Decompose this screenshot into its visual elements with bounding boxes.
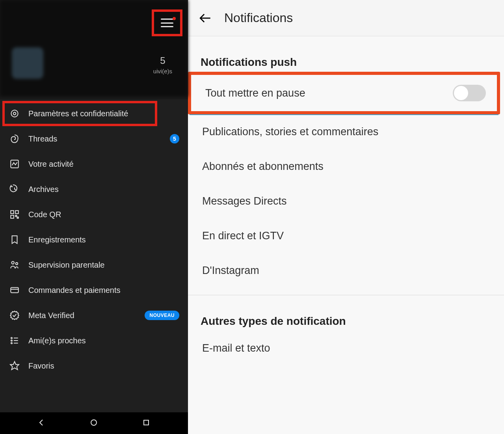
menu-label: Archives bbox=[28, 185, 59, 194]
menu-label: Supervision parentale bbox=[28, 261, 104, 270]
bookmark-icon bbox=[9, 234, 20, 246]
menu-item-close-friends[interactable]: Ami(e)s proches bbox=[0, 328, 188, 353]
row-label: D'Instagram bbox=[202, 264, 259, 277]
row-live-igtv[interactable]: En direct et IGTV bbox=[188, 218, 504, 253]
menu-button[interactable] bbox=[161, 19, 173, 27]
row-from-instagram[interactable]: D'Instagram bbox=[188, 253, 504, 288]
row-direct-messages[interactable]: Messages Directs bbox=[188, 184, 504, 218]
menu-label: Favoris bbox=[28, 361, 54, 371]
profile-menu: Paramètres et confidentialité Threads 5 … bbox=[0, 99, 188, 412]
menu-item-favorites[interactable]: Favoris bbox=[0, 353, 188, 378]
menu-label: Ami(e)s proches bbox=[28, 336, 86, 345]
orange-highlight-box: Tout mettre en pause bbox=[188, 72, 500, 114]
nav-back-icon[interactable] bbox=[37, 418, 46, 429]
menu-item-parental[interactable]: Supervision parentale bbox=[0, 252, 188, 278]
threads-icon bbox=[9, 133, 20, 145]
svg-point-1 bbox=[13, 112, 16, 115]
svg-point-19 bbox=[91, 420, 97, 425]
menu-item-qr[interactable]: Code QR bbox=[0, 202, 188, 227]
menu-label: Enregistrements bbox=[28, 235, 86, 244]
row-posts-stories-comments[interactable]: Publications, stories et commentaires bbox=[188, 114, 504, 149]
gear-icon bbox=[9, 108, 20, 119]
svg-point-16 bbox=[11, 343, 12, 344]
page-title: Notifications bbox=[224, 11, 293, 25]
svg-rect-20 bbox=[144, 420, 149, 425]
row-label: Messages Directs bbox=[202, 195, 287, 207]
menu-label: Votre activité bbox=[28, 160, 74, 169]
section-push: Notifications push bbox=[188, 36, 504, 72]
card-icon bbox=[9, 284, 20, 296]
qr-icon bbox=[9, 209, 20, 220]
nav-home-icon[interactable] bbox=[89, 418, 99, 429]
row-label: E-mail et texto bbox=[202, 342, 270, 354]
svg-point-0 bbox=[11, 110, 18, 117]
nav-recent-icon[interactable] bbox=[141, 418, 151, 429]
hamburger-highlight bbox=[152, 9, 182, 36]
following-label: uivi(e)s bbox=[153, 68, 172, 75]
menu-item-settings[interactable]: Paramètres et confidentialité bbox=[0, 101, 188, 126]
svg-point-12 bbox=[11, 337, 12, 339]
menu-item-activity[interactable]: Votre activité bbox=[0, 151, 188, 177]
row-followers-following[interactable]: Abonnés et abonnements bbox=[188, 149, 504, 184]
svg-rect-6 bbox=[15, 215, 17, 216]
back-button[interactable] bbox=[197, 10, 213, 26]
section-other: Autres types de notification bbox=[188, 295, 504, 331]
list-icon bbox=[9, 335, 20, 346]
row-email-sms[interactable]: E-mail et texto bbox=[188, 331, 504, 365]
pause-all-toggle[interactable] bbox=[453, 85, 486, 101]
verified-icon bbox=[9, 309, 20, 321]
android-nav-bar bbox=[0, 412, 188, 434]
svg-point-14 bbox=[11, 340, 12, 341]
svg-rect-10 bbox=[11, 288, 19, 293]
menu-label: Code QR bbox=[28, 210, 61, 219]
menu-label: Commandes et paiements bbox=[28, 286, 120, 295]
svg-rect-3 bbox=[11, 210, 14, 214]
archive-icon bbox=[9, 183, 20, 195]
star-icon bbox=[9, 360, 20, 372]
family-icon bbox=[9, 259, 20, 271]
notifications-header: Notifications bbox=[188, 0, 504, 36]
following-stat[interactable]: 5 uivi(e)s bbox=[153, 55, 172, 75]
badge-new: NOUVEAU bbox=[145, 311, 179, 320]
row-label: Publications, stories et commentaires bbox=[202, 126, 378, 138]
svg-rect-4 bbox=[15, 210, 19, 214]
following-count: 5 bbox=[153, 55, 172, 66]
avatar bbox=[12, 47, 43, 79]
toggle-knob-icon bbox=[454, 86, 468, 100]
row-label: Abonnés et abonnements bbox=[202, 160, 324, 173]
notifications-settings-panel: Notifications Notifications push Tout me… bbox=[188, 0, 504, 434]
svg-marker-18 bbox=[10, 361, 19, 370]
badge-count: 5 bbox=[170, 134, 179, 143]
menu-label: Paramètres et confidentialité bbox=[28, 109, 128, 118]
row-label: En direct et IGTV bbox=[202, 230, 284, 242]
activity-icon bbox=[9, 158, 20, 170]
menu-item-payments[interactable]: Commandes et paiements bbox=[0, 278, 188, 303]
svg-rect-7 bbox=[17, 217, 19, 218]
menu-item-archives[interactable]: Archives bbox=[0, 177, 188, 202]
notification-dot-icon bbox=[173, 17, 176, 20]
menu-item-verified[interactable]: Meta Verified NOUVEAU bbox=[0, 303, 188, 328]
menu-label: Threads bbox=[28, 134, 57, 143]
svg-point-8 bbox=[11, 261, 14, 264]
row-pause-all[interactable]: Tout mettre en pause bbox=[191, 75, 497, 111]
svg-rect-5 bbox=[11, 215, 14, 218]
menu-item-saved[interactable]: Enregistrements bbox=[0, 227, 188, 252]
menu-item-threads[interactable]: Threads 5 bbox=[0, 126, 188, 151]
svg-point-9 bbox=[16, 263, 18, 264]
profile-menu-panel: 5 uivi(e)s Paramètres et confidentialité… bbox=[0, 0, 188, 434]
row-label: Tout mettre en pause bbox=[205, 87, 305, 99]
menu-label: Meta Verified bbox=[28, 311, 74, 320]
